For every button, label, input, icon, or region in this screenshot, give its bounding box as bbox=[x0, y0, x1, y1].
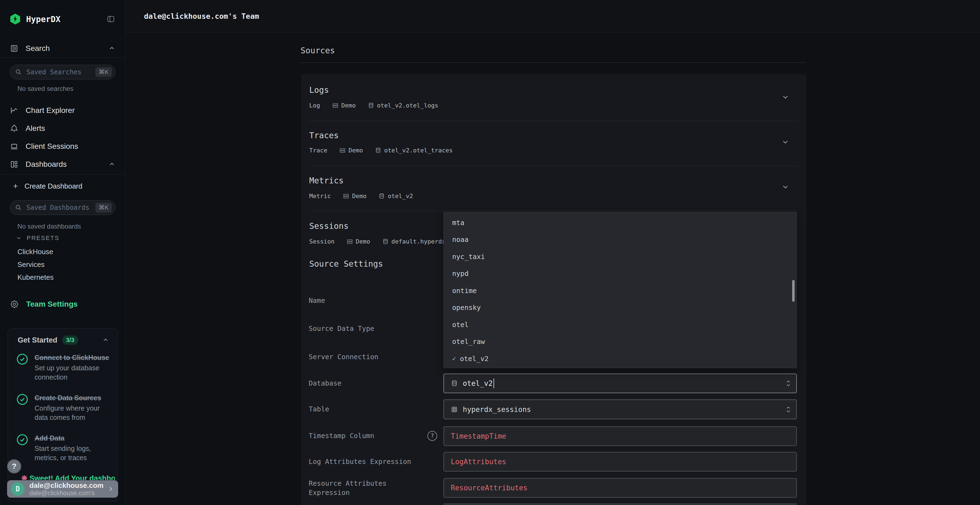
sources-heading: Sources bbox=[301, 46, 335, 55]
divider bbox=[309, 211, 798, 211]
preset-item-kubernetes[interactable]: Kubernetes bbox=[18, 273, 54, 282]
plus-icon bbox=[12, 183, 19, 190]
dropdown-option-ontime[interactable]: ontime bbox=[444, 282, 797, 299]
user-menu[interactable]: D dale@clickhouse.com dale@clickhouse.co… bbox=[7, 480, 118, 498]
text-cursor bbox=[493, 378, 494, 388]
get-started-item-sources[interactable]: Create Data Sources Configure where your… bbox=[16, 393, 117, 422]
presets-label: PRESETS bbox=[27, 235, 59, 241]
sidebar-item-label: Chart Explorer bbox=[25, 106, 75, 115]
saved-dashboards-input[interactable]: Saved Dashboards ⌘K bbox=[10, 200, 115, 215]
preset-item-services[interactable]: Services bbox=[18, 260, 45, 269]
help-button[interactable]: ? bbox=[7, 459, 21, 473]
dropdown-option-otel[interactable]: otel bbox=[444, 316, 797, 333]
collapse-source-traces-button[interactable] bbox=[781, 138, 789, 146]
source-settings-heading: Source Settings bbox=[309, 259, 383, 268]
get-started-item-title: Connect to ClickHouse bbox=[35, 354, 109, 361]
database-icon bbox=[379, 193, 385, 199]
sidebar-item-chart-explorer[interactable]: Chart Explorer bbox=[10, 103, 115, 118]
get-started-progress-badge: 3/3 bbox=[62, 335, 78, 345]
chevron-up-icon bbox=[108, 161, 115, 168]
sidebar-section-search[interactable]: Search bbox=[10, 41, 115, 56]
resource-attributes-input[interactable]: ResourceAttributes bbox=[444, 478, 797, 498]
create-dashboard-button[interactable]: Create Dashboard bbox=[12, 179, 82, 193]
source-type: Session bbox=[309, 238, 334, 245]
sidebar: HyperDX Search bbox=[0, 0, 126, 505]
celebration-text-partial: ❋ Sweet! Add Your dashboard bbox=[21, 474, 115, 480]
sidebar-toggle-button[interactable] bbox=[106, 15, 115, 23]
table-label: Table bbox=[309, 405, 426, 414]
layout-icon bbox=[10, 160, 19, 169]
log-attributes-label: Log Attributes Expression bbox=[309, 457, 426, 466]
database-input[interactable]: otel_v2 bbox=[444, 373, 797, 393]
get-started-item-title: Add Data bbox=[35, 434, 65, 442]
log-attributes-input[interactable]: LogAttributes bbox=[444, 452, 797, 472]
sidebar-item-team-settings[interactable]: Team Settings bbox=[10, 297, 115, 312]
sidebar-item-label: Dashboards bbox=[25, 160, 67, 169]
timestamp-help-icon[interactable]: ? bbox=[427, 431, 437, 441]
source-meta-metrics: Metric Demo otel_v2 bbox=[309, 193, 413, 199]
source-card-title-logs: Logs bbox=[309, 85, 329, 95]
source-table: otel_v2.otel_logs bbox=[377, 102, 438, 109]
main-header: dale@clickhouse.com's Team bbox=[126, 0, 980, 32]
gear-icon bbox=[10, 300, 19, 309]
name-label: Name bbox=[309, 296, 426, 305]
chart-line-icon bbox=[10, 106, 19, 115]
create-dashboard-label: Create Dashboard bbox=[24, 182, 82, 191]
divider bbox=[309, 166, 798, 166]
avatar: D bbox=[11, 482, 24, 496]
connection-name: Demo bbox=[341, 102, 356, 109]
shortcut-badge: ⌘K bbox=[95, 67, 112, 77]
select-updown-icon[interactable] bbox=[786, 406, 791, 413]
source-card-title-metrics: Metrics bbox=[309, 176, 344, 185]
source-card-title-sessions: Sessions bbox=[309, 221, 349, 231]
collapse-source-logs-button[interactable] bbox=[781, 93, 789, 101]
dropdown-option-opensky[interactable]: opensky bbox=[444, 299, 797, 316]
database-icon bbox=[451, 380, 458, 387]
select-updown-icon[interactable] bbox=[786, 380, 791, 387]
log-attributes-value: LogAttributes bbox=[451, 458, 506, 466]
preset-item-clickhouse[interactable]: ClickHouse bbox=[18, 248, 53, 256]
get-started-item-add-data[interactable]: Add Data Start sending logs, metrics, or… bbox=[16, 434, 117, 462]
server-icon bbox=[343, 193, 349, 199]
get-started-item-desc: Configure where your data comes from bbox=[35, 403, 112, 422]
connection-name: Demo bbox=[348, 147, 363, 154]
dropdown-option-otel-raw[interactable]: otel_raw bbox=[444, 333, 797, 351]
page-title: dale@clickhouse.com's Team bbox=[144, 12, 259, 21]
get-started-item-connect[interactable]: Connect to ClickHouse Set up your databa… bbox=[16, 353, 117, 382]
dropdown-scrollbar[interactable] bbox=[792, 280, 795, 302]
get-started-item-desc: Start sending logs, metrics, or traces bbox=[35, 444, 112, 462]
sidebar-item-dashboards[interactable]: Dashboards bbox=[10, 157, 115, 172]
presets-toggle[interactable]: PRESETS bbox=[16, 235, 59, 241]
source-type: Log bbox=[309, 102, 320, 109]
saved-searches-input[interactable]: Saved Searches ⌘K bbox=[10, 65, 115, 79]
dropdown-option-nypd[interactable]: nypd bbox=[444, 265, 797, 283]
dropdown-option-otel-v2-selected[interactable]: ✓ otel_v2 bbox=[444, 350, 797, 367]
source-type: Trace bbox=[309, 147, 327, 154]
dropdown-option-nyc-taxi[interactable]: nyc_taxi bbox=[444, 248, 797, 265]
resource-attributes-label: Resource Attributes Expression bbox=[309, 479, 426, 497]
collapse-source-metrics-button[interactable] bbox=[781, 183, 789, 191]
sidebar-panel-icon bbox=[106, 15, 115, 23]
database-icon bbox=[375, 147, 381, 154]
sidebar-item-client-sessions[interactable]: Client Sessions bbox=[10, 139, 115, 154]
dropdown-option-noaa[interactable]: noaa bbox=[444, 231, 797, 248]
dropdown-option-mta[interactable]: mta bbox=[444, 214, 797, 231]
brand-title: HyperDX bbox=[26, 14, 60, 24]
server-connection-label: Server Connection bbox=[309, 353, 426, 362]
team-settings-label: Team Settings bbox=[26, 300, 78, 308]
source-table: otel_v2 bbox=[388, 193, 413, 199]
database-value: otel_v2 bbox=[463, 379, 493, 387]
source-table: otel_v2.otel_traces bbox=[384, 147, 453, 154]
no-saved-searches-note: No saved searches bbox=[18, 85, 73, 92]
connection-name: Demo bbox=[356, 238, 370, 245]
get-started-collapse-button[interactable] bbox=[102, 337, 109, 344]
chevron-up-icon bbox=[108, 45, 115, 52]
sidebar-item-label: Alerts bbox=[25, 124, 45, 133]
sidebar-item-alerts[interactable]: Alerts bbox=[10, 121, 115, 136]
timestamp-column-value: TimestampTime bbox=[451, 432, 506, 440]
table-input[interactable]: hyperdx_sessions bbox=[444, 399, 797, 419]
get-started-title: Get Started bbox=[18, 336, 57, 345]
timestamp-column-input[interactable]: TimestampTime bbox=[444, 426, 797, 446]
sidebar-item-label: Client Sessions bbox=[25, 142, 78, 151]
database-label: Database bbox=[309, 379, 426, 388]
